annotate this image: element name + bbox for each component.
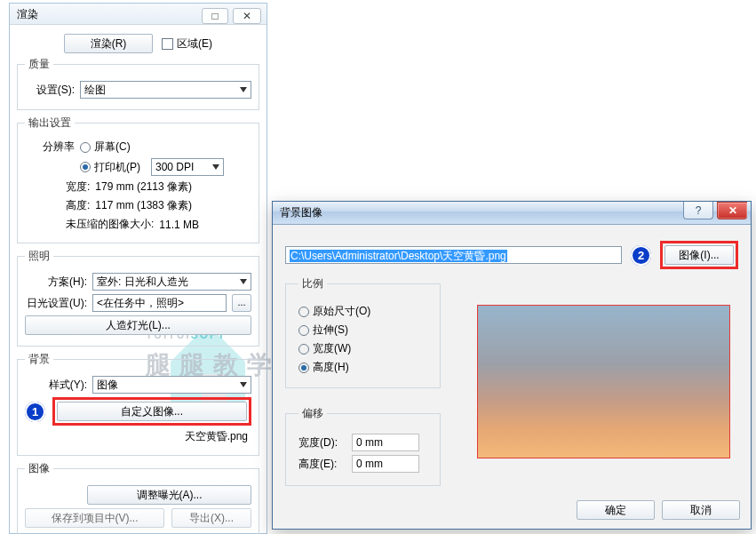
background-group: 背景 样式(Y): 图像 1 自定义图像... 天空黄昏.png [17, 352, 259, 456]
offset-height-input[interactable] [352, 455, 419, 473]
chevron-down-icon [240, 279, 247, 284]
panel-title-text: 渲染 [17, 8, 38, 20]
export-button[interactable]: 导出(X)... [171, 508, 251, 528]
render-button[interactable]: 渲染(R) [64, 34, 153, 53]
ok-button[interactable]: 确定 [577, 500, 655, 520]
output-width-label: 宽度: [66, 179, 90, 195]
output-height-value: 117 mm (1383 像素) [95, 198, 192, 213]
uncompressed-value: 11.1 MB [159, 219, 199, 231]
printer-radio[interactable]: 打印机(P) [80, 160, 140, 175]
image-group: 图像 调整曝光(A)... 保存到项目中(V)... 导出(X)... [17, 461, 259, 534]
artificial-lights-button[interactable]: 人造灯光(L)... [25, 315, 251, 335]
save-to-project-button[interactable]: 保存到项目中(V)... [25, 508, 164, 528]
scheme-combo[interactable]: 室外: 日光和人造光 [92, 273, 251, 291]
offset-group: 偏移 宽度(D): 高度(E): [285, 406, 441, 486]
area-checkbox[interactable]: 区域(E) [162, 36, 212, 52]
panel-titlebar: 渲染 □ ✕ [10, 4, 267, 25]
scale-group: 比例 原始尺寸(O) 拉伸(S) 宽度(W) 高度(H) [285, 276, 441, 388]
highlight-2: 图像(I)... [660, 241, 738, 269]
help-button[interactable]: ? [683, 202, 713, 219]
background-image-dialog: 背景图像 ? ✕ C:\Users\Administrator\Desktop\… [272, 201, 752, 530]
resolution-label: 分辨率 [25, 139, 75, 155]
quality-setting-label: 设置(S): [25, 83, 75, 98]
rendering-panel: 渲染 □ ✕ 渲染(R) 区域(E) 质量 设置(S): 绘图 输出设置 分辨率… [9, 3, 267, 534]
dialog-titlebar: 背景图像 ? ✕ [273, 202, 751, 225]
output-height-label: 高度: [66, 198, 90, 213]
offset-width-label: 宽度(D): [298, 435, 346, 450]
chevron-down-icon [240, 87, 247, 92]
scheme-label: 方案(H): [25, 275, 87, 290]
image-preview [477, 305, 730, 458]
image-path-input[interactable]: C:\Users\Administrator\Desktop\天空黄昏.png [285, 246, 622, 264]
scale-height-radio[interactable]: 高度(H) [298, 360, 349, 375]
daylight-combo[interactable]: <在任务中，照明> [92, 294, 227, 312]
screen-radio[interactable]: 屏幕(C) [80, 139, 131, 155]
output-width-value: 179 mm (2113 像素) [95, 179, 192, 195]
style-combo[interactable]: 图像 [92, 376, 251, 394]
chevron-down-icon [240, 382, 247, 387]
output-group: 输出设置 分辨率 屏幕(C) 打印机(P) 300 DPI 宽度: 179 mm… [17, 116, 259, 243]
quality-combo[interactable]: 绘图 [80, 81, 251, 99]
exposure-button[interactable]: 调整曝光(A)... [87, 485, 251, 505]
callout-2: 2 [631, 245, 651, 266]
scale-original-radio[interactable]: 原始尺寸(O) [298, 304, 370, 319]
close-button[interactable]: ✕ [233, 8, 261, 24]
quality-group: 质量 设置(S): 绘图 [17, 57, 259, 110]
lighting-group: 照明 方案(H): 室外: 日光和人造光 日光设置(U): <在任务中，照明> … [17, 249, 259, 347]
offset-height-label: 高度(E): [298, 457, 346, 472]
pin-button[interactable]: □ [202, 8, 227, 24]
callout-1: 1 [25, 402, 45, 422]
scale-stretch-radio[interactable]: 拉伸(S) [298, 323, 348, 338]
offset-width-input[interactable] [352, 434, 419, 451]
chevron-down-icon [212, 164, 219, 170]
cancel-button[interactable]: 取消 [662, 500, 740, 520]
scale-width-radio[interactable]: 宽度(W) [298, 341, 351, 356]
dialog-title-text: 背景图像 [280, 205, 322, 220]
uncompressed-label: 未压缩的图像大小: [66, 217, 154, 232]
browse-image-button[interactable]: 图像(I)... [664, 245, 734, 265]
highlight-1: 自定义图像... [52, 397, 251, 426]
dpi-combo[interactable]: 300 DPI [151, 158, 224, 176]
daylight-more-button[interactable]: ... [232, 294, 251, 312]
custom-image-button[interactable]: 自定义图像... [57, 402, 247, 421]
bg-filename: 天空黄昏.png [185, 429, 248, 444]
style-label: 样式(Y): [25, 378, 87, 393]
dialog-close-button[interactable]: ✕ [717, 202, 747, 219]
daylight-label: 日光设置(U): [25, 296, 87, 311]
